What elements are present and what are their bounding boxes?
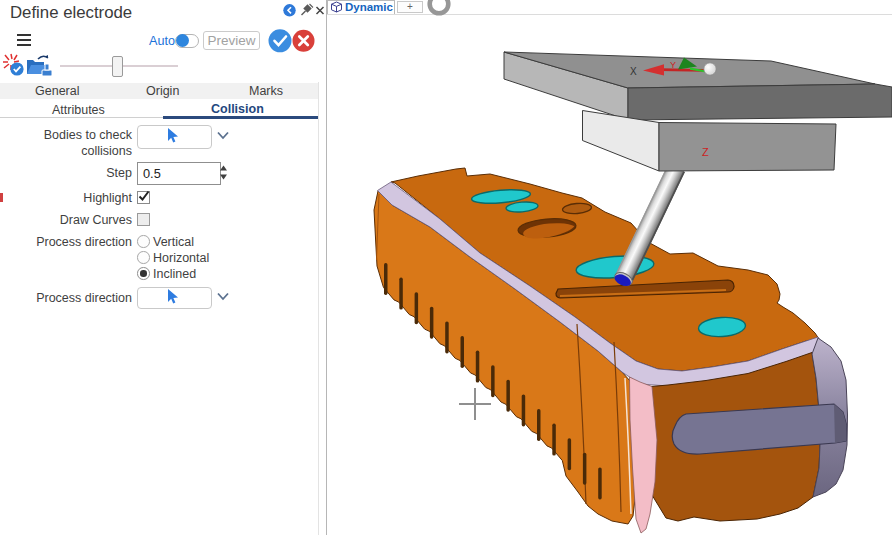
svg-text:Z: Z [702,146,709,158]
svg-text:Y: Y [670,60,676,70]
svg-text:X: X [630,66,637,77]
